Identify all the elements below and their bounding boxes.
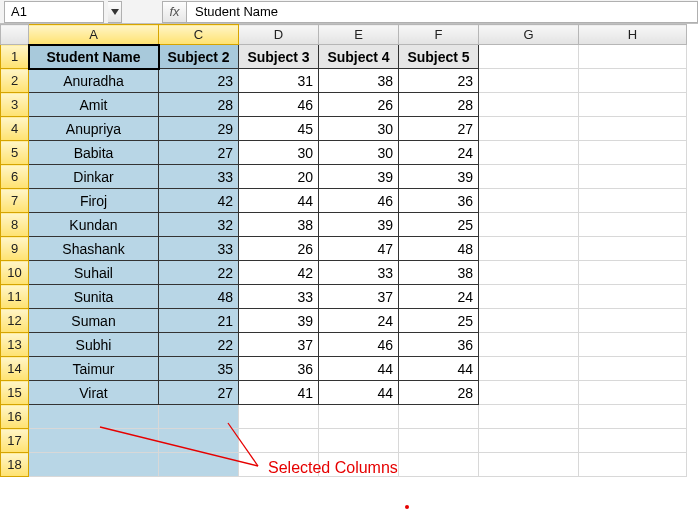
- cell-A13[interactable]: Subhi: [29, 333, 159, 357]
- select-all-corner[interactable]: [1, 25, 29, 45]
- row-header-9[interactable]: 9: [1, 237, 29, 261]
- cell-C17[interactable]: [159, 429, 239, 453]
- cell-C12[interactable]: 21: [159, 309, 239, 333]
- row-header-10[interactable]: 10: [1, 261, 29, 285]
- row-header-5[interactable]: 5: [1, 141, 29, 165]
- row-header-11[interactable]: 11: [1, 285, 29, 309]
- cell-C2[interactable]: 23: [159, 69, 239, 93]
- cell-F7[interactable]: 36: [399, 189, 479, 213]
- cell-F5[interactable]: 24: [399, 141, 479, 165]
- cell-F2[interactable]: 23: [399, 69, 479, 93]
- row-header-7[interactable]: 7: [1, 189, 29, 213]
- formula-input[interactable]: Student Name: [186, 1, 698, 23]
- cell-H11[interactable]: [579, 285, 687, 309]
- cell-G11[interactable]: [479, 285, 579, 309]
- cell-H14[interactable]: [579, 357, 687, 381]
- cell-C16[interactable]: [159, 405, 239, 429]
- column-header-G[interactable]: G: [479, 25, 579, 45]
- cell-G5[interactable]: [479, 141, 579, 165]
- cell-E15[interactable]: 44: [319, 381, 399, 405]
- row-header-12[interactable]: 12: [1, 309, 29, 333]
- cell-E11[interactable]: 37: [319, 285, 399, 309]
- cell-A7[interactable]: Firoj: [29, 189, 159, 213]
- cell-F8[interactable]: 25: [399, 213, 479, 237]
- cell-A3[interactable]: Amit: [29, 93, 159, 117]
- cell-A1[interactable]: Student Name: [29, 45, 159, 69]
- row-header-17[interactable]: 17: [1, 429, 29, 453]
- cell-E5[interactable]: 30: [319, 141, 399, 165]
- cell-H16[interactable]: [579, 405, 687, 429]
- cell-D10[interactable]: 42: [239, 261, 319, 285]
- cell-A2[interactable]: Anuradha: [29, 69, 159, 93]
- cell-D14[interactable]: 36: [239, 357, 319, 381]
- cell-G9[interactable]: [479, 237, 579, 261]
- cell-C10[interactable]: 22: [159, 261, 239, 285]
- column-header-H[interactable]: H: [579, 25, 687, 45]
- cell-C18[interactable]: [159, 453, 239, 477]
- cell-E6[interactable]: 39: [319, 165, 399, 189]
- row-header-13[interactable]: 13: [1, 333, 29, 357]
- cell-A18[interactable]: [29, 453, 159, 477]
- cell-F15[interactable]: 28: [399, 381, 479, 405]
- cell-H2[interactable]: [579, 69, 687, 93]
- cell-H13[interactable]: [579, 333, 687, 357]
- row-header-4[interactable]: 4: [1, 117, 29, 141]
- row-header-16[interactable]: 16: [1, 405, 29, 429]
- row-header-8[interactable]: 8: [1, 213, 29, 237]
- cell-C13[interactable]: 22: [159, 333, 239, 357]
- row-header-18[interactable]: 18: [1, 453, 29, 477]
- cell-C14[interactable]: 35: [159, 357, 239, 381]
- cell-D13[interactable]: 37: [239, 333, 319, 357]
- cell-G14[interactable]: [479, 357, 579, 381]
- cell-E3[interactable]: 26: [319, 93, 399, 117]
- cell-G7[interactable]: [479, 189, 579, 213]
- cell-A10[interactable]: Suhail: [29, 261, 159, 285]
- cell-C11[interactable]: 48: [159, 285, 239, 309]
- cell-H8[interactable]: [579, 213, 687, 237]
- cell-G6[interactable]: [479, 165, 579, 189]
- cell-D9[interactable]: 26: [239, 237, 319, 261]
- cell-E2[interactable]: 38: [319, 69, 399, 93]
- cell-D1[interactable]: Subject 3: [239, 45, 319, 69]
- cell-F3[interactable]: 28: [399, 93, 479, 117]
- cell-H6[interactable]: [579, 165, 687, 189]
- cell-F13[interactable]: 36: [399, 333, 479, 357]
- cell-A14[interactable]: Taimur: [29, 357, 159, 381]
- cell-E14[interactable]: 44: [319, 357, 399, 381]
- cell-H12[interactable]: [579, 309, 687, 333]
- cell-G1[interactable]: [479, 45, 579, 69]
- name-box[interactable]: A1: [4, 1, 104, 23]
- column-header-D[interactable]: D: [239, 25, 319, 45]
- column-header-A[interactable]: A: [29, 25, 159, 45]
- cell-C6[interactable]: 33: [159, 165, 239, 189]
- cell-F17[interactable]: [399, 429, 479, 453]
- row-header-3[interactable]: 3: [1, 93, 29, 117]
- cell-H5[interactable]: [579, 141, 687, 165]
- cell-G4[interactable]: [479, 117, 579, 141]
- cell-F11[interactable]: 24: [399, 285, 479, 309]
- cell-G17[interactable]: [479, 429, 579, 453]
- cell-F18[interactable]: [399, 453, 479, 477]
- cell-H10[interactable]: [579, 261, 687, 285]
- cell-A6[interactable]: Dinkar: [29, 165, 159, 189]
- cell-D5[interactable]: 30: [239, 141, 319, 165]
- cell-D3[interactable]: 46: [239, 93, 319, 117]
- cell-A15[interactable]: Virat: [29, 381, 159, 405]
- cell-D8[interactable]: 38: [239, 213, 319, 237]
- cell-E16[interactable]: [319, 405, 399, 429]
- cell-F16[interactable]: [399, 405, 479, 429]
- cell-F10[interactable]: 38: [399, 261, 479, 285]
- cell-C4[interactable]: 29: [159, 117, 239, 141]
- cell-C15[interactable]: 27: [159, 381, 239, 405]
- cell-A9[interactable]: Shashank: [29, 237, 159, 261]
- cell-H4[interactable]: [579, 117, 687, 141]
- cell-E1[interactable]: Subject 4: [319, 45, 399, 69]
- cell-A16[interactable]: [29, 405, 159, 429]
- insert-function-button[interactable]: fx: [162, 1, 186, 23]
- cell-F12[interactable]: 25: [399, 309, 479, 333]
- cell-C5[interactable]: 27: [159, 141, 239, 165]
- row-header-6[interactable]: 6: [1, 165, 29, 189]
- cell-C3[interactable]: 28: [159, 93, 239, 117]
- cell-C1[interactable]: Subject 2: [159, 45, 239, 69]
- cell-H17[interactable]: [579, 429, 687, 453]
